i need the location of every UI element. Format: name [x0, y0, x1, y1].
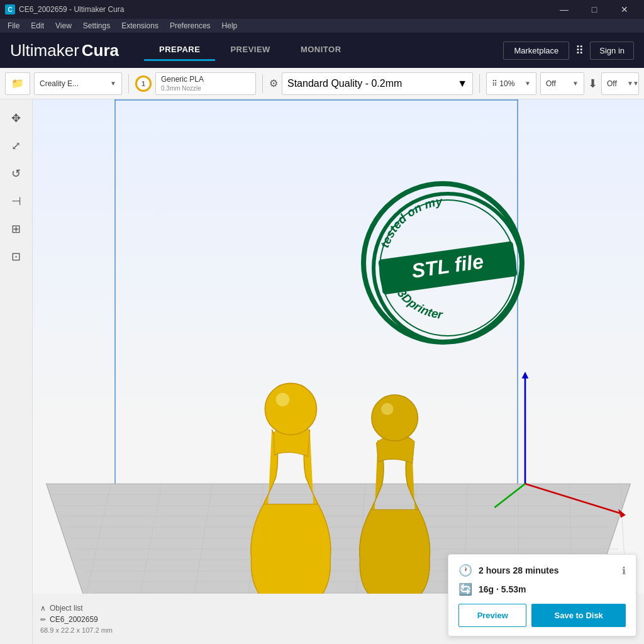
material-badge: 1 — [135, 75, 152, 92]
material-nozzle: 0.3mm Nozzle — [161, 85, 201, 92]
grid-icon[interactable]: ⠿ — [575, 43, 584, 57]
chevron-up-icon: ∧ — [40, 604, 46, 613]
settings-icon: ⚙ — [269, 77, 278, 89]
material-number: 1 — [142, 80, 145, 87]
svg-point-25 — [276, 392, 290, 406]
quality-name: Standard Quality - 0.2mm — [287, 78, 402, 89]
material-row: 🔄 16g · 5.53m — [458, 582, 626, 596]
material-chevron-icon: ▼ — [633, 80, 639, 87]
menu-help[interactable]: Help — [217, 20, 243, 31]
material-icon: 🔄 — [458, 582, 472, 596]
viewport[interactable]: tested on my 3Dprinter STL file ∧ Object… — [33, 99, 644, 644]
supports-off-chevron-icon: ▼ — [572, 80, 579, 87]
object-item: ✏ CE6_2002659 — [40, 615, 113, 624]
supports-label: ⠿ 10% — [492, 79, 514, 88]
time-icon: 🕐 — [458, 564, 472, 577]
app-icon: C — [5, 4, 15, 14]
save-to-disk-button[interactable]: Save to Disk — [531, 604, 626, 627]
supports-toggle[interactable]: Off ▼ — [540, 72, 584, 95]
window-title: CE6_2002659 - Ultimaker Cura — [19, 5, 124, 14]
title-bar: C CE6_2002659 - Ultimaker Cura — □ ✕ — [0, 0, 644, 19]
toolbar: 📁 Creality E... ▼ 1 Generic PLA 0.3mm No… — [0, 68, 644, 99]
quality-selector[interactable]: Standard Quality - 0.2mm ▼ — [282, 72, 473, 95]
printer-chevron-icon: ▼ — [110, 80, 116, 87]
object-list-header[interactable]: ∧ Object list — [40, 604, 113, 613]
time-row: 🕐 2 hours 28 minutes ℹ — [458, 564, 626, 577]
move-tool-button[interactable]: ✥ — [5, 107, 28, 130]
menu-view[interactable]: View — [50, 20, 77, 31]
printer-name: Creality E... — [40, 79, 79, 88]
nav-tabs: PREPARE PREVIEW MONITOR — [144, 40, 357, 61]
info-panel: 🕐 2 hours 28 minutes ℹ 🔄 16g · 5.53m Pre… — [448, 554, 636, 636]
menu-preferences[interactable]: Preferences — [165, 20, 216, 31]
header-right: Marketplace ⠿ Sign in — [503, 42, 634, 60]
toolbar-divider-2 — [262, 74, 263, 93]
printer-selector[interactable]: Creality E... ▼ — [34, 72, 122, 95]
menu-edit[interactable]: Edit — [26, 20, 49, 31]
main-header: Ultimaker Cura PREPARE PREVIEW MONITOR M… — [0, 33, 644, 68]
mirror-tool-button[interactable]: ⊣ — [5, 190, 28, 213]
per-model-tool-button[interactable]: ⊡ — [5, 245, 28, 268]
save-to-disk-icon: ⬇ — [588, 77, 597, 91]
minimize-button[interactable]: — — [550, 0, 579, 19]
time-label: 2 hours 28 minutes — [479, 565, 616, 575]
menu-bar: File Edit View Settings Extensions Prefe… — [0, 19, 644, 33]
svg-point-26 — [372, 395, 418, 441]
tab-prepare[interactable]: PREPARE — [144, 40, 215, 61]
info-detail-icon[interactable]: ℹ — [622, 565, 626, 577]
toolbar-divider-1 — [128, 74, 129, 93]
svg-marker-29 — [522, 372, 529, 379]
preview-button[interactable]: Preview — [458, 604, 526, 627]
material-name: Generic PLA — [161, 75, 204, 84]
object-name: CE6_2002659 — [50, 615, 98, 624]
edit-icon: ✏ — [40, 616, 46, 624]
object-list-label: Object list — [50, 604, 83, 613]
material-label: 16g · 5.53m — [479, 584, 626, 594]
menu-extensions[interactable]: Extensions — [116, 20, 164, 31]
left-sidebar: ✥ ⤢ ↺ ⊣ ⊞ ⊡ — [0, 99, 33, 644]
scale-tool-button[interactable]: ⤢ — [5, 135, 28, 157]
adhesion-off-label: Off — [607, 79, 617, 88]
supports-off-label: Off — [546, 79, 556, 88]
supports-selector[interactable]: ⠿ 10% ▼ — [486, 72, 536, 95]
main-content: ✥ ⤢ ↺ ⊣ ⊞ ⊡ — [0, 99, 644, 644]
brand-logo: Ultimaker Cura — [10, 41, 119, 60]
tab-preview[interactable]: PREVIEW — [215, 40, 285, 61]
toolbar-divider-3 — [479, 74, 480, 93]
signin-button[interactable]: Sign in — [590, 42, 634, 60]
action-row: Preview Save to Disk — [458, 604, 626, 627]
marketplace-button[interactable]: Marketplace — [503, 42, 569, 60]
maximize-button[interactable]: □ — [580, 0, 609, 19]
rotate-tool-button[interactable]: ↺ — [5, 162, 28, 185]
close-button[interactable]: ✕ — [610, 0, 639, 19]
open-folder-button[interactable]: 📁 — [5, 72, 30, 95]
tab-monitor[interactable]: MONITOR — [286, 40, 357, 61]
brand-name-light: Ultimaker — [10, 41, 79, 60]
supports-chevron-icon: ▼ — [525, 80, 531, 87]
quality-chevron-icon: ▼ — [457, 78, 467, 89]
window-controls: — □ ✕ — [550, 0, 639, 19]
menu-file[interactable]: File — [3, 20, 25, 31]
menu-settings[interactable]: Settings — [78, 20, 115, 31]
svg-point-24 — [265, 383, 316, 435]
dimensions-text: 68.9 x 22.2 x 107.2 mm — [40, 626, 113, 634]
material-selector[interactable]: Generic PLA 0.3mm Nozzle ▼ — [155, 72, 256, 95]
svg-point-27 — [381, 403, 393, 415]
support-tool-button[interactable]: ⊞ — [5, 218, 28, 240]
folder-icon: 📁 — [11, 77, 24, 89]
object-list-section: ∧ Object list ✏ CE6_2002659 68.9 x 22.2 … — [40, 604, 113, 634]
brand-name-bold: Cura — [82, 41, 119, 60]
